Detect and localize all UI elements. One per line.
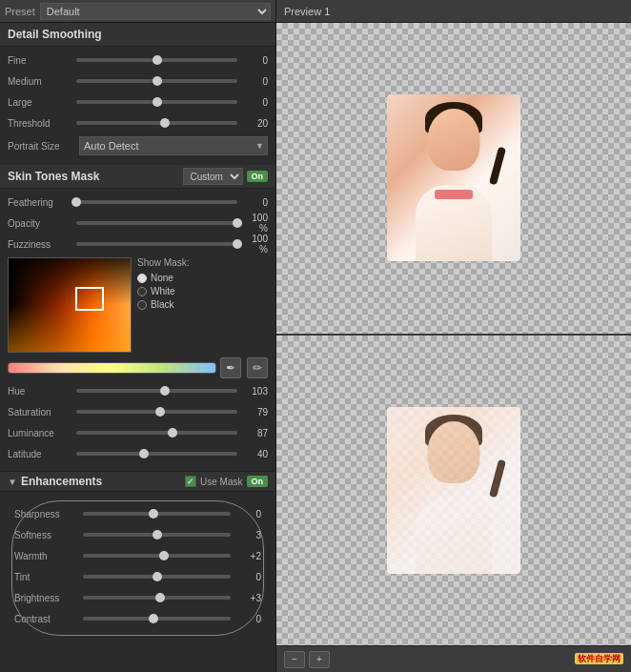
saturation-slider-row: Saturation 79 bbox=[8, 403, 268, 420]
show-mask-none-label: None bbox=[151, 273, 173, 283]
preview-top bbox=[276, 23, 631, 336]
skin-on-badge: On bbox=[247, 171, 269, 182]
enhancements-header[interactable]: ▼ Enhancements ✓ Use Mask On bbox=[0, 471, 275, 492]
opacity-track[interactable] bbox=[76, 221, 237, 225]
show-mask-black-row[interactable]: Black bbox=[137, 299, 268, 310]
show-mask-white-row[interactable]: White bbox=[137, 286, 268, 296]
toolbar-left: − + bbox=[284, 651, 330, 668]
sharpness-value: 0 bbox=[234, 509, 261, 519]
enhance-collapse-icon: ▼ bbox=[8, 477, 17, 487]
medium-value: 0 bbox=[241, 76, 268, 87]
show-mask-none-row[interactable]: None bbox=[137, 273, 268, 283]
skin-custom-wrap: Custom On bbox=[183, 168, 269, 185]
eyedropper-add-btn[interactable]: ✒ bbox=[220, 357, 241, 378]
eyedropper-sub-btn[interactable]: ✏ bbox=[247, 357, 268, 378]
latitude-label: Latitude bbox=[8, 449, 72, 459]
zoom-out-button[interactable]: − bbox=[284, 651, 305, 668]
watermark-badge: 软件自学网 bbox=[575, 653, 623, 664]
saturation-label: Saturation bbox=[8, 407, 72, 417]
latitude-track[interactable] bbox=[76, 452, 237, 456]
portrait-head-bottom bbox=[428, 421, 480, 483]
fuzziness-slider-row: Fuzziness 100 % bbox=[8, 235, 268, 253]
detail-smoothing-content: Fine 0 Medium 0 Large bbox=[0, 47, 275, 165]
preset-select[interactable]: Default bbox=[40, 3, 271, 20]
sharpness-label: Sharpness bbox=[14, 509, 79, 519]
preview-header: Preview 1 bbox=[276, 0, 631, 23]
portrait-braid-bottom bbox=[489, 458, 506, 498]
enhance-check-wrap: ✓ Use Mask On bbox=[185, 476, 268, 487]
warmth-track[interactable] bbox=[83, 554, 231, 558]
fuzziness-label: Fuzziness bbox=[8, 239, 72, 250]
zoom-in-button[interactable]: + bbox=[309, 651, 330, 668]
opacity-value: 100 % bbox=[241, 213, 268, 234]
contrast-slider-row: Contrast 0 bbox=[14, 610, 261, 627]
fuzziness-track[interactable] bbox=[76, 242, 237, 246]
medium-track[interactable] bbox=[76, 79, 237, 83]
show-mask-white-label: White bbox=[151, 286, 175, 296]
medium-label: Medium bbox=[8, 76, 72, 87]
portrait-sim-bottom bbox=[387, 407, 520, 574]
luminance-slider-row: Luminance 87 bbox=[8, 424, 268, 441]
large-value: 0 bbox=[241, 97, 268, 108]
feathering-slider-row: Feathering 0 bbox=[8, 193, 268, 211]
warmth-slider-row: Warmth +2 bbox=[14, 547, 261, 564]
right-panel: Preview 1 bbox=[276, 0, 631, 672]
tint-slider-row: Tint 0 bbox=[14, 568, 261, 585]
left-panel: Preset Default Detail Smoothing Fine 0 M… bbox=[0, 0, 276, 672]
preview-bottom bbox=[276, 336, 631, 646]
eyedropper-sub-icon: ✏ bbox=[253, 361, 262, 375]
fine-value: 0 bbox=[241, 55, 268, 66]
fine-slider-row: Fine 0 bbox=[8, 51, 268, 69]
skin-tones-mask-header[interactable]: Skin Tones Mask Custom On bbox=[0, 165, 275, 189]
preview-areas bbox=[276, 23, 631, 645]
zoom-in-icon: + bbox=[316, 654, 322, 664]
use-mask-checkbox[interactable]: ✓ bbox=[185, 476, 196, 487]
portrait-sim-top bbox=[387, 94, 520, 261]
brightness-track[interactable] bbox=[83, 596, 231, 600]
show-mask-black-radio[interactable] bbox=[137, 300, 147, 310]
large-track[interactable] bbox=[76, 100, 237, 104]
threshold-value: 20 bbox=[241, 118, 268, 129]
preset-bar: Preset Default bbox=[0, 0, 275, 23]
portrait-size-select[interactable]: Auto Detect bbox=[79, 136, 268, 155]
enhancements-title: Enhancements bbox=[21, 475, 185, 488]
preview-image-top bbox=[387, 94, 520, 261]
threshold-track[interactable] bbox=[76, 121, 237, 125]
luminance-track[interactable] bbox=[76, 431, 237, 435]
portrait-scarf bbox=[435, 190, 473, 199]
hue-value: 103 bbox=[241, 386, 268, 397]
luminance-value: 87 bbox=[241, 428, 268, 438]
zoom-out-icon: − bbox=[292, 654, 297, 664]
sharpness-track[interactable] bbox=[83, 512, 231, 516]
feathering-value: 0 bbox=[241, 197, 268, 208]
hue-bar-wrap[interactable] bbox=[8, 362, 216, 374]
latitude-slider-row: Latitude 40 bbox=[8, 445, 268, 462]
color-selection-rect bbox=[75, 287, 104, 311]
hue-bar-row: ✒ ✏ bbox=[8, 357, 268, 378]
contrast-track[interactable] bbox=[83, 617, 231, 621]
hue-track[interactable] bbox=[76, 389, 237, 393]
show-mask-label: Show Mask: bbox=[137, 257, 268, 268]
feathering-track[interactable] bbox=[76, 200, 237, 204]
tint-label: Tint bbox=[14, 572, 79, 582]
color-gradient-box[interactable] bbox=[8, 257, 132, 353]
fine-track[interactable] bbox=[76, 58, 237, 62]
opacity-label: Opacity bbox=[8, 218, 72, 229]
warmth-value: +2 bbox=[234, 551, 261, 561]
enhancements-content: Sharpness 0 Softness 3 bbox=[0, 492, 275, 644]
portrait-head-top bbox=[428, 109, 480, 171]
luminance-label: Luminance bbox=[8, 428, 72, 438]
detail-smoothing-header[interactable]: Detail Smoothing bbox=[0, 23, 275, 47]
warmth-label: Warmth bbox=[14, 551, 79, 561]
show-mask-white-radio[interactable] bbox=[137, 287, 147, 296]
large-label: Large bbox=[8, 97, 72, 108]
tint-track[interactable] bbox=[83, 575, 231, 579]
hue-label: Hue bbox=[8, 386, 72, 397]
saturation-track[interactable] bbox=[76, 410, 237, 414]
sharpness-slider-row: Sharpness 0 bbox=[14, 505, 261, 522]
show-mask-none-radio[interactable] bbox=[137, 274, 147, 283]
skin-custom-select[interactable]: Custom bbox=[183, 168, 243, 185]
brightness-slider-row: Brightness +3 bbox=[14, 589, 261, 606]
preview-image-bottom bbox=[387, 407, 520, 574]
softness-track[interactable] bbox=[83, 533, 231, 537]
